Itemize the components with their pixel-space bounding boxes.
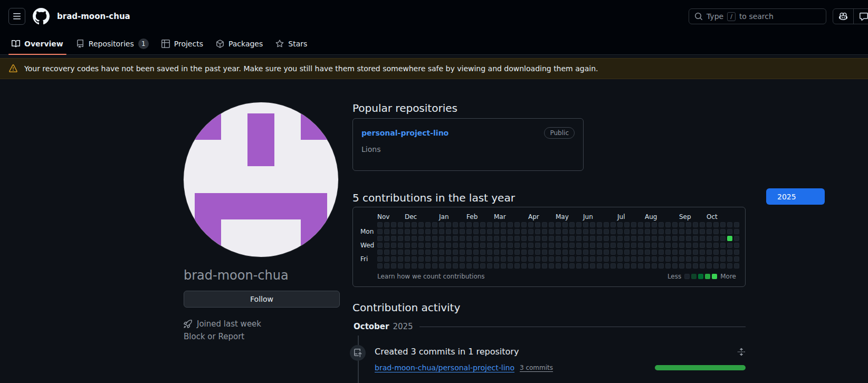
contribution-cell: [638, 222, 643, 227]
contribution-cell: [631, 236, 636, 241]
contribution-cell: [631, 243, 636, 248]
contribution-cell: [720, 236, 726, 241]
contribution-cell: [508, 236, 513, 241]
search-input[interactable]: Type / to search: [689, 8, 826, 24]
learn-how-link[interactable]: Learn how we count contributions: [377, 273, 485, 280]
contribution-cell: [425, 250, 431, 255]
contribution-cell: [713, 263, 719, 269]
contribution-cell: [494, 243, 499, 248]
commits-count-link[interactable]: 3 commits: [520, 364, 553, 371]
contribution-cell: [720, 243, 726, 248]
rocket-icon: [184, 320, 192, 328]
tab-overview[interactable]: Overview: [6, 33, 69, 54]
block-or-report-link[interactable]: Block or Report: [184, 332, 244, 341]
contribution-cell: [494, 250, 499, 255]
contribution-cell: [405, 243, 410, 248]
commit-row: brad-moon-chua/personal-project-lino 3 c…: [375, 363, 746, 372]
contribution-cell: [727, 243, 732, 248]
github-mark-icon: [33, 8, 50, 25]
joined-row: Joined last week: [184, 319, 340, 329]
contribution-cell: [460, 263, 465, 269]
contribution-cell: [707, 236, 712, 241]
contribution-cell: [665, 222, 671, 227]
contribution-cell: [453, 256, 458, 262]
contribution-cell: [590, 229, 595, 234]
contribution-cell: [734, 250, 739, 255]
contribution-cell: [679, 222, 684, 227]
contribution-cell: [700, 263, 705, 269]
contribution-cell: [377, 243, 383, 248]
day-label: Fri: [360, 255, 368, 263]
contribution-cell: [638, 236, 643, 241]
contribution-cell: [494, 256, 499, 262]
contribution-cell: [611, 250, 616, 255]
event-title: Created 3 commits in 1 repository: [375, 347, 519, 357]
contribution-cell: [604, 229, 609, 234]
contribution-cell: [549, 236, 554, 241]
contribution-cell: [659, 250, 664, 255]
contribution-cell: [727, 229, 732, 234]
contribution-cell: [652, 229, 657, 234]
contribution-cell: [377, 222, 383, 227]
copilot-chat-icon: [860, 12, 868, 21]
contribution-cell: [480, 229, 485, 234]
legend-swatch: [712, 274, 717, 279]
contribution-cell: [487, 229, 492, 234]
contribution-cell: [418, 222, 424, 227]
contribution-cell: [391, 236, 396, 241]
popular-repositories-list: personal-project-linoPublicLions: [352, 118, 746, 171]
contribution-cell: [521, 222, 527, 227]
commit-repo-link[interactable]: brad-moon-chua/personal-project-lino: [375, 363, 514, 372]
contribution-cell: [617, 229, 623, 234]
tab-packages[interactable]: Packages: [211, 33, 268, 54]
copilot-button[interactable]: [833, 9, 853, 24]
contribution-cell: [514, 222, 520, 227]
contribution-cell: [707, 222, 712, 227]
identicon-cell: [195, 193, 221, 219]
identicon-cell: [247, 166, 274, 193]
month-label: Oct: [707, 213, 718, 221]
tab-repositories[interactable]: Repositories1: [71, 33, 154, 54]
contribution-graph-body: MonWedFri: [360, 222, 738, 269]
tab-label: Projects: [174, 40, 203, 48]
contribution-cell: [391, 229, 396, 234]
repo-description: Lions: [361, 145, 575, 154]
tab-stars[interactable]: Stars: [270, 33, 312, 54]
contribution-cell: [645, 222, 650, 227]
contribution-cell: [425, 263, 431, 269]
year-2025-button[interactable]: 2025: [766, 188, 825, 205]
repo-name-link[interactable]: personal-project-lino: [361, 129, 449, 137]
contribution-cell: [707, 243, 712, 248]
contribution-cell: [514, 263, 520, 269]
copilot-menu-button[interactable]: [854, 9, 868, 24]
contribution-cell: [686, 250, 691, 255]
contribution-cell: [645, 229, 650, 234]
contribution-cell: [439, 222, 444, 227]
contribution-cell: [535, 229, 540, 234]
contribution-cell: [556, 236, 561, 241]
unfold-button[interactable]: [737, 347, 746, 356]
contribution-cell: [521, 250, 527, 255]
tab-projects[interactable]: Projects: [156, 33, 208, 54]
contribution-cell: [466, 263, 472, 269]
contribution-cell: [439, 236, 444, 241]
github-logo[interactable]: [33, 8, 50, 25]
contribution-cell: [535, 250, 540, 255]
contribution-cell: [542, 236, 547, 241]
follow-button[interactable]: Follow: [184, 291, 340, 308]
contribution-cell: [679, 250, 684, 255]
contribution-cell: [583, 250, 588, 255]
contribution-cell: [631, 256, 636, 262]
contribution-cell: [549, 229, 554, 234]
contribution-cell: [659, 263, 664, 269]
hamburger-menu-button[interactable]: [8, 8, 25, 25]
contribution-cell: [487, 243, 492, 248]
contribution-cell: [713, 256, 719, 262]
contribution-cell: [713, 222, 719, 227]
contribution-cell: [480, 263, 485, 269]
package-icon: [216, 40, 224, 48]
contribution-cell: [604, 243, 609, 248]
contribution-cell: [700, 243, 705, 248]
contribution-cell: [460, 243, 465, 248]
contribution-cell: [418, 256, 424, 262]
